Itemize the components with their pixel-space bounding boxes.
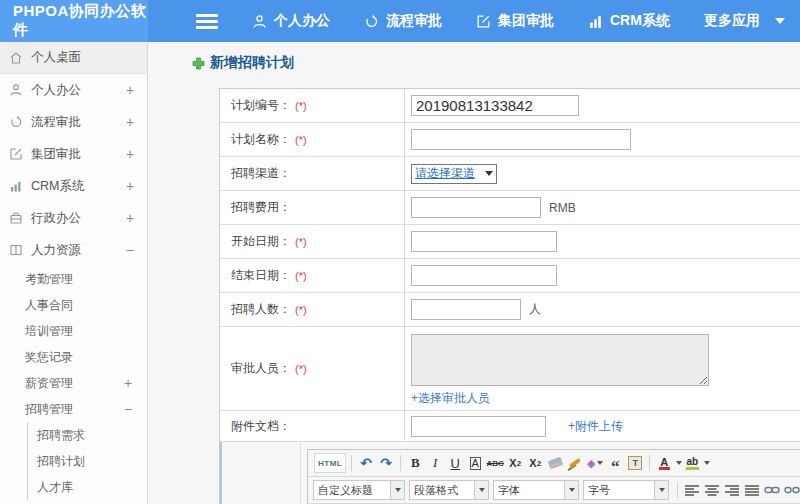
sidebar-item-recruit-demand[interactable]: 招聘需求 bbox=[28, 422, 147, 448]
field-label: 审批人员： bbox=[231, 360, 291, 377]
blockquote-icon[interactable]: “ bbox=[606, 453, 624, 473]
bold-button[interactable]: B bbox=[406, 453, 424, 473]
channel-select[interactable]: 请选择渠道 bbox=[411, 164, 497, 184]
form-row-plan-code: 计划编号：(*) bbox=[220, 89, 800, 123]
fee-unit-label: RMB bbox=[549, 201, 576, 215]
plan-name-input[interactable] bbox=[411, 129, 631, 150]
align-justify-icon[interactable] bbox=[743, 480, 761, 500]
expand-toggle[interactable]: + bbox=[123, 210, 137, 226]
form-row-approver: 审批人员：(*) +选择审批人员 bbox=[220, 327, 800, 411]
font-border-button[interactable]: A bbox=[470, 457, 481, 470]
workflow-icon bbox=[364, 14, 379, 29]
sidebar-item-label: 行政办公 bbox=[31, 210, 123, 227]
form-row-start-date: 开始日期：(*) bbox=[220, 225, 800, 259]
end-date-input[interactable] bbox=[411, 265, 557, 286]
attachment-input[interactable] bbox=[411, 416, 546, 437]
font-size-select[interactable]: 字号 bbox=[583, 480, 669, 500]
caret-down-icon bbox=[485, 171, 493, 176]
align-right-icon[interactable] bbox=[723, 480, 741, 500]
superscript-button[interactable]: X2 bbox=[506, 453, 524, 473]
start-date-input[interactable] bbox=[411, 231, 557, 252]
font-color-button[interactable]: A bbox=[655, 453, 673, 473]
caret-down-icon bbox=[775, 18, 785, 24]
align-center-icon[interactable] bbox=[703, 480, 721, 500]
align-left-icon[interactable] bbox=[683, 480, 701, 500]
paste-icon[interactable]: T bbox=[626, 453, 644, 473]
sidebar-item-recruit-plan[interactable]: 招聘计划 bbox=[28, 448, 147, 474]
sidebar-item-label: 流程审批 bbox=[31, 114, 123, 131]
redo-icon[interactable]: ↷ bbox=[377, 453, 395, 473]
menu-toggle-icon[interactable] bbox=[196, 0, 218, 42]
expand-toggle[interactable]: + bbox=[123, 178, 137, 194]
nav-item-label: CRM系统 bbox=[610, 12, 670, 30]
select-approver-link[interactable]: +选择审批人员 bbox=[411, 390, 490, 407]
expand-toggle[interactable]: + bbox=[123, 114, 137, 130]
nav-item-more-apps[interactable]: 更多应用 bbox=[704, 0, 785, 42]
italic-button[interactable]: I bbox=[426, 453, 444, 473]
sidebar-subitem-recruit-mgmt[interactable]: 招聘管理 − bbox=[0, 396, 147, 422]
sidebar-item-personal-desktop[interactable]: 个人桌面 bbox=[0, 42, 147, 74]
recruit-plan-form: 计划编号：(*) 计划名称：(*) 招聘渠道： 请选择渠道 招聘费用： RMB bbox=[219, 88, 800, 504]
paragraph-format-select[interactable]: 段落格式 bbox=[409, 480, 489, 500]
paint-format-dropdown[interactable]: ◆ bbox=[586, 453, 604, 473]
eraser-icon[interactable] bbox=[546, 453, 564, 473]
sidebar-subitem-label: 人事合同 bbox=[25, 297, 121, 314]
unlink-icon[interactable] bbox=[783, 480, 800, 500]
sidebar-item-label: CRM系统 bbox=[31, 178, 123, 195]
field-label: 计划编号： bbox=[231, 97, 291, 114]
format-brush-icon[interactable] bbox=[566, 453, 584, 473]
app-logo: PHPOA协同办公软件 bbox=[0, 0, 148, 42]
page-title: 新增招聘计划 bbox=[210, 54, 294, 72]
sidebar-subitem-salary[interactable]: 薪资管理 + bbox=[0, 370, 147, 396]
sidebar-item-crm-system[interactable]: CRM系统 + bbox=[0, 170, 147, 202]
book-icon bbox=[9, 243, 24, 257]
sidebar-subitem-attendance[interactable]: 考勤管理 bbox=[0, 266, 147, 292]
sidebar-item-group-approval[interactable]: 集团审批 + bbox=[0, 138, 147, 170]
expand-toggle[interactable]: + bbox=[121, 375, 135, 391]
font-family-select[interactable]: 字体 bbox=[493, 480, 579, 500]
undo-icon[interactable]: ↶ bbox=[357, 453, 375, 473]
attachment-upload-link[interactable]: +附件上传 bbox=[568, 418, 623, 435]
home-icon bbox=[9, 51, 24, 65]
custom-heading-select[interactable]: 自定义标题 bbox=[313, 480, 405, 500]
nav-item-personal-office[interactable]: 个人办公 bbox=[252, 0, 330, 42]
html-source-button[interactable]: HTML bbox=[314, 453, 346, 473]
nav-item-label: 个人办公 bbox=[274, 12, 330, 30]
sidebar-item-human-resources[interactable]: 人力资源 − bbox=[0, 234, 147, 266]
required-marker: (*) bbox=[295, 363, 307, 375]
sidebar-subitem-rewards[interactable]: 奖惩记录 bbox=[0, 344, 147, 370]
form-row-channel: 招聘渠道： 请选择渠道 bbox=[220, 157, 800, 191]
sidebar-item-label: 人才库 bbox=[37, 479, 73, 496]
caret-down-icon bbox=[676, 461, 682, 465]
collapse-toggle[interactable]: − bbox=[121, 401, 135, 417]
editor-toolbar-row2: 自定义标题 段落格式 字体 bbox=[308, 477, 800, 504]
nav-item-crm-system[interactable]: CRM系统 bbox=[588, 0, 670, 42]
edit-icon bbox=[9, 147, 24, 161]
plan-code-input[interactable] bbox=[411, 95, 579, 116]
sidebar-item-workflow-approval[interactable]: 流程审批 + bbox=[0, 106, 147, 138]
expand-toggle[interactable]: + bbox=[123, 146, 137, 162]
sidebar-subitem-hr-contract[interactable]: 人事合同 bbox=[0, 292, 147, 318]
required-marker: (*) bbox=[295, 304, 307, 316]
underline-button[interactable]: U bbox=[446, 453, 464, 473]
approver-textarea[interactable] bbox=[411, 334, 709, 386]
fee-input[interactable] bbox=[411, 197, 541, 218]
link-icon[interactable] bbox=[763, 480, 781, 500]
strikethrough-button[interactable]: ABC bbox=[486, 453, 504, 473]
nav-item-workflow-approval[interactable]: 流程审批 bbox=[364, 0, 442, 42]
sidebar-subitem-training[interactable]: 培训管理 bbox=[0, 318, 147, 344]
subscript-button[interactable]: X2 bbox=[526, 453, 544, 473]
caret-down-icon bbox=[390, 481, 404, 499]
headcount-input[interactable] bbox=[411, 299, 521, 320]
sidebar-item-personal-office[interactable]: 个人办公 + bbox=[0, 74, 147, 106]
nav-item-group-approval[interactable]: 集团审批 bbox=[476, 0, 554, 42]
expand-toggle[interactable]: + bbox=[123, 82, 137, 98]
collapse-toggle[interactable]: − bbox=[123, 242, 137, 258]
main-content: 新增招聘计划 计划编号：(*) 计划名称：(*) 招聘渠道： 请选择渠道 bbox=[148, 42, 800, 504]
sidebar-subitem-label: 考勤管理 bbox=[25, 271, 121, 288]
sidebar-item-talent-pool[interactable]: 人才库 bbox=[28, 474, 147, 500]
sidebar-item-admin-office[interactable]: 行政办公 + bbox=[0, 202, 147, 234]
required-marker: (*) bbox=[295, 100, 307, 112]
sidebar-subitem-label: 奖惩记录 bbox=[25, 349, 121, 366]
highlight-color-button[interactable]: ab bbox=[683, 453, 701, 473]
